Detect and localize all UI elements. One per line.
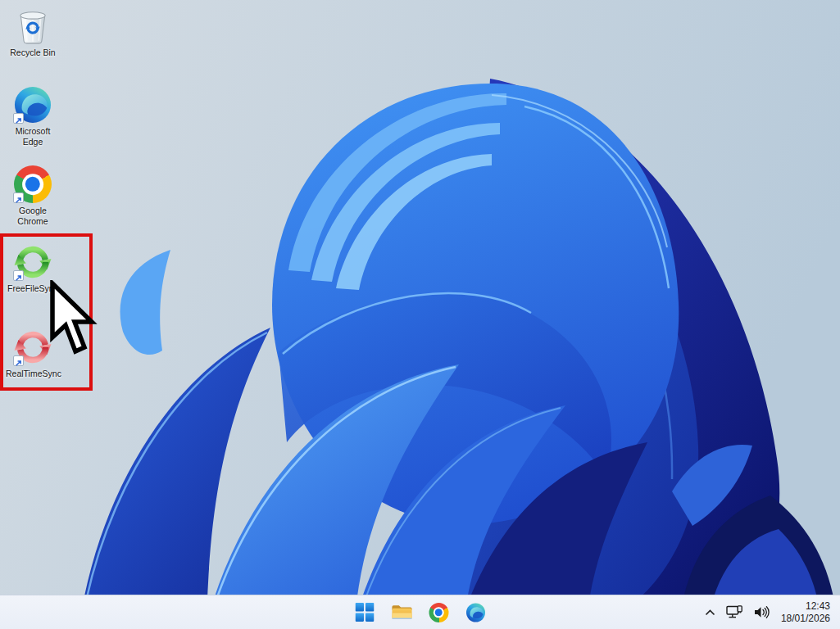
chrome-taskbar-button[interactable] <box>425 599 452 627</box>
network-icon <box>726 605 743 619</box>
clock-time: 12:43 <box>781 600 830 613</box>
start-button[interactable] <box>351 599 379 627</box>
icon-label: Google Chrome <box>6 206 60 227</box>
desktop: Recycle Bin Microsoft Ed <box>0 0 840 629</box>
volume-icon <box>754 606 770 618</box>
icon-label: FreeFileSync <box>7 283 58 294</box>
recycle-bin-icon <box>16 7 50 46</box>
start-icon <box>356 603 375 622</box>
chrome-icon <box>429 603 448 622</box>
network-tray-button[interactable] <box>722 600 747 625</box>
shortcut-badge <box>13 270 24 281</box>
file-explorer-icon <box>391 603 412 622</box>
desktop-icon-edge[interactable]: Microsoft Edge <box>2 85 64 147</box>
volume-tray-button[interactable] <box>750 600 774 625</box>
chevron-up-icon <box>705 609 715 616</box>
shortcut-badge <box>13 355 24 366</box>
icon-label: Microsoft Edge <box>6 126 60 147</box>
taskbar-center-buttons <box>351 595 489 629</box>
icon-label: RealTimeSync <box>6 369 60 379</box>
tray-chevron-button[interactable] <box>701 600 720 625</box>
system-tray: 12:43 18/01/2026 <box>701 595 832 629</box>
clock-date: 18/01/2026 <box>781 613 830 625</box>
icon-label: Recycle Bin <box>10 48 55 58</box>
shortcut-badge <box>13 192 24 203</box>
edge-icon <box>465 603 485 622</box>
desktop-icon-chrome[interactable]: Google Chrome <box>2 165 64 227</box>
shortcut-badge <box>13 113 24 124</box>
desktop-icon-freefilesync[interactable]: FreeFileSync <box>2 242 64 294</box>
taskbar: 12:43 18/01/2026 <box>0 595 840 629</box>
edge-taskbar-button[interactable] <box>461 599 489 627</box>
file-explorer-button[interactable] <box>388 599 415 627</box>
desktop-icon-recycle-bin[interactable]: Recycle Bin <box>2 7 64 58</box>
desktop-icon-realtimesync[interactable]: RealTimeSync <box>2 328 64 379</box>
tray-clock[interactable]: 12:43 18/01/2026 <box>776 599 832 627</box>
wallpaper-bloom <box>0 0 840 629</box>
